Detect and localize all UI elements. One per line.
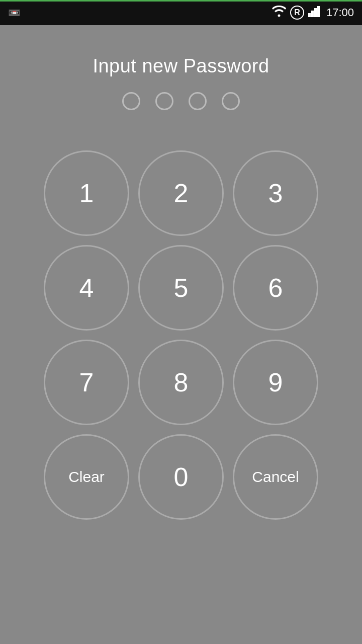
pin-dot-1 — [122, 92, 140, 110]
keypad-row-1: 1 2 3 — [44, 150, 318, 236]
status-bar-time: 17:00 — [326, 6, 354, 19]
keypad-row-4: Clear 0 Cancel — [44, 434, 318, 520]
green-bar — [0, 0, 362, 2]
keypad-row-2: 4 5 6 — [44, 245, 318, 331]
key-6[interactable]: 6 — [233, 245, 318, 331]
key-5[interactable]: 5 — [138, 245, 224, 331]
pin-dot-2 — [155, 92, 173, 110]
key-2[interactable]: 2 — [138, 150, 224, 236]
pin-dots — [122, 92, 240, 110]
main-content: Input new Password 1 2 3 4 5 6 7 8 9 Cle… — [0, 25, 362, 644]
svg-rect-1 — [311, 11, 314, 17]
signal-icon — [308, 6, 322, 20]
status-bar-right: R 17:00 — [272, 6, 354, 20]
keypad-row-3: 7 8 9 — [44, 340, 318, 425]
keypad: 1 2 3 4 5 6 7 8 9 Clear 0 Cancel — [44, 150, 318, 520]
status-bar: 📼 R 17:00 — [0, 0, 362, 25]
page-title: Input new Password — [93, 55, 269, 77]
key-9[interactable]: 9 — [233, 340, 318, 425]
svg-rect-0 — [308, 13, 311, 17]
key-0[interactable]: 0 — [138, 434, 224, 520]
svg-rect-2 — [314, 8, 317, 17]
pin-dot-3 — [189, 92, 207, 110]
wifi-icon — [272, 6, 286, 20]
key-3[interactable]: 3 — [233, 150, 318, 236]
roaming-icon: R — [290, 6, 304, 20]
clear-button[interactable]: Clear — [44, 434, 129, 520]
key-7[interactable]: 7 — [44, 340, 129, 425]
key-4[interactable]: 4 — [44, 245, 129, 331]
cassette-icon: 📼 — [8, 7, 21, 19]
status-bar-left: 📼 — [8, 7, 21, 19]
pin-dot-4 — [222, 92, 240, 110]
cancel-button[interactable]: Cancel — [233, 434, 318, 520]
key-8[interactable]: 8 — [138, 340, 224, 425]
svg-rect-3 — [317, 6, 320, 17]
key-1[interactable]: 1 — [44, 150, 129, 236]
